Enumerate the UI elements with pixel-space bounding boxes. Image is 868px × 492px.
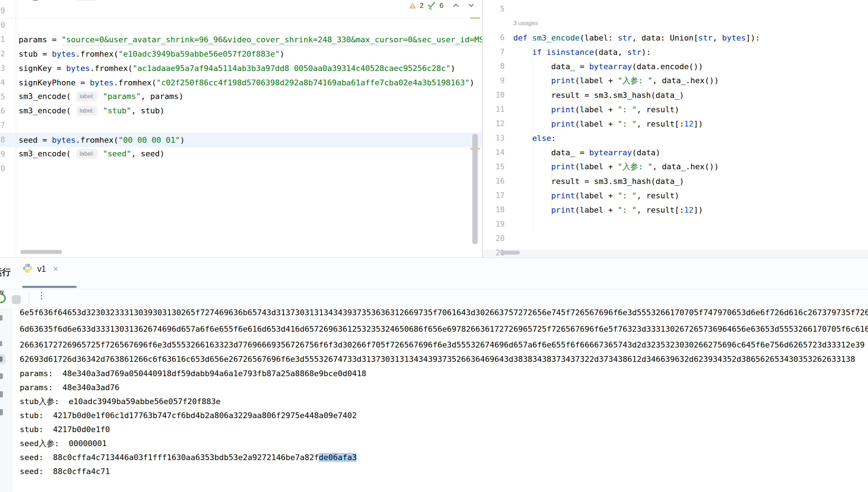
code-line[interactable]: 17 print(label + ": ", result): [483, 188, 868, 203]
code-line[interactable]: 15 print(label + "入参: ", data_.hex()): [483, 160, 868, 174]
run-console[interactable]: 6e5f636f64653d32303233313039303130265f72…: [0, 309, 868, 492]
editor-pane-left[interactable]: 2 6 18sm3_encode( label: "signKey", sign…: [0, 0, 482, 257]
code-line[interactable]: 14 data_ = bytearray(data): [483, 145, 868, 160]
warning-count[interactable]: 2: [420, 1, 424, 10]
clear-console-icon[interactable]: [0, 409, 3, 415]
more-options-icon[interactable]: ⋮: [37, 290, 46, 301]
code-token: seed: 88c0cffa4c71: [20, 467, 110, 476]
warning-stripe-mark[interactable]: [470, 17, 480, 19]
code-token: ): [280, 49, 285, 58]
console-line[interactable]: 6d63635f6d6e633d33313031362674696d657a6f…: [20, 322, 868, 336]
typo-count[interactable]: 6: [439, 1, 443, 10]
code-line[interactable]: 13 else:: [483, 131, 868, 145]
code-token: result = sm3.sm3_hash(data_): [513, 177, 684, 186]
scroll-to-end-icon[interactable]: [0, 391, 3, 397]
prev-problem-icon[interactable]: [452, 1, 460, 10]
code-token: params =: [19, 35, 61, 44]
code-token: bytearray: [589, 62, 632, 71]
inspections-widget[interactable]: 2 6: [409, 1, 476, 10]
code-line[interactable]: 27: [0, 118, 482, 133]
code-text: signKeyPhone = bytes.fromhex("c02f250f86…: [19, 78, 474, 87]
code-line[interactable]: 8 data_ = bytearray(data.encode()): [483, 59, 868, 74]
code-line[interactable]: 20: [483, 231, 868, 246]
code-line[interactable]: 10 result = sm3.sm3_hash(data_): [483, 88, 868, 102]
code-line[interactable]: 29sm3_encode( label: "seed", seed): [0, 147, 482, 161]
toolbar-icon-fragment[interactable]: [0, 356, 3, 362]
tab-v1[interactable]: v1 ×: [22, 263, 58, 275]
console-line[interactable]: 62693d61726d36342d763861266c6f63616c653d…: [20, 352, 855, 366]
code-line[interactable]: 20: [0, 18, 482, 32]
stop-button[interactable]: [12, 295, 21, 304]
horizontal-scrollbar-thumb[interactable]: [500, 251, 520, 255]
code-text: sm3_encode( label: "params", params): [19, 92, 183, 102]
soft-wrap-icon[interactable]: [0, 373, 3, 379]
code-token: bytes: [66, 64, 90, 73]
code-token: "signKey": [98, 0, 146, 0]
editor-pane-right[interactable]: 53 usages6def sm3_encode(label: str, dat…: [483, 0, 868, 257]
code-line[interactable]: 16 result = sm3.sm3_hash(data_): [483, 174, 868, 188]
code-token: print: [551, 205, 575, 214]
code-token: "c02f250f86cc4f198d5706398d292a8b74169ab…: [156, 78, 469, 87]
editor-split-divider[interactable]: [482, 0, 483, 257]
usages-annotation[interactable]: 3 usages: [513, 16, 538, 30]
console-line[interactable]: seed: 88c0cffa4c713446a03f1fff1630aa6353…: [20, 450, 357, 464]
code-line[interactable]: 22stub = bytes.fromhex("e10adc3949ba59ab…: [0, 47, 482, 61]
line-number: 17: [483, 188, 505, 203]
toolbar-icon-fragment[interactable]: [0, 315, 3, 321]
code-line[interactable]: 19: [483, 217, 868, 231]
code-text: sm3_encode( label: "signKey", signKey): [19, 0, 193, 2]
code-token: str: [698, 33, 713, 42]
code-token: if: [532, 48, 542, 57]
code-text: signKey = bytes.fromhex("ac1adaae95a7af9…: [19, 64, 456, 73]
code-token: print: [551, 162, 575, 171]
code-line[interactable]: 11 print(label + ": ", result): [483, 102, 868, 117]
next-problem-icon[interactable]: [467, 1, 476, 10]
code-line[interactable]: 26sm3_encode( label: "stub", stub): [0, 104, 482, 118]
console-line[interactable]: 6e5f636f64653d32303233313039303130265f72…: [20, 306, 868, 320]
console-line[interactable]: 26636172726965725f726567696f6e3d55532661…: [20, 338, 865, 352]
console-line[interactable]: seed: 88c0cffa4c71: [20, 464, 110, 478]
console-line[interactable]: params: 48e340a3ad769a050440918df59dabb9…: [20, 366, 366, 380]
console-line[interactable]: seed入参: 00000001: [20, 436, 107, 450]
code-token: "params": [98, 92, 141, 101]
code-line[interactable]: 7 if isinstance(data, str):: [483, 45, 868, 59]
code-text: print(label + "入参: ", data_.hex()): [513, 161, 719, 172]
console-line[interactable]: stub: 4217b0d0e1f0: [20, 422, 110, 436]
code-line[interactable]: 21: [483, 246, 868, 257]
code-line[interactable]: 5: [483, 2, 868, 16]
toolbar-icon-fragment[interactable]: [0, 341, 2, 346]
code-token: :: [551, 134, 556, 143]
code-line[interactable]: 12 print(label + ": ", result[:12]): [483, 117, 868, 131]
rerun-icon[interactable]: [0, 292, 7, 306]
code-line[interactable]: 18 print(label + ": ", result[:12]): [483, 203, 868, 217]
inlay-hint: label:: [76, 106, 97, 116]
inlay-hint: label:: [76, 91, 97, 101]
code-line[interactable]: 30: [0, 161, 482, 176]
code-line[interactable]: 21params = "source=0&user_avatar_shrink=…: [0, 32, 482, 47]
code-line[interactable]: 23signKey = bytes.fromhex("ac1adaae95a7a…: [0, 61, 482, 75]
line-number: 14: [483, 145, 505, 160]
console-line[interactable]: stub: 4217b0d0e1f06c1d17763b747cf6bd4b2a…: [20, 408, 357, 422]
python-icon: [22, 263, 33, 275]
horizontal-scrollbar-thumb[interactable]: [20, 250, 62, 254]
code-token: ]): [693, 119, 703, 128]
code-token: [513, 76, 551, 85]
code-token: isinstance: [547, 48, 594, 57]
code-line[interactable]: 25sm3_encode( label: "params", params): [0, 90, 482, 104]
code-token: data_ =: [513, 148, 589, 157]
code-text: result = sm3.sm3_hash(data_): [513, 91, 684, 100]
code-token: stub =: [19, 49, 52, 58]
code-line[interactable]: 9 print(label + "入参: ", data_.hex()): [483, 74, 868, 88]
code-token: ):: [642, 48, 651, 57]
console-line[interactable]: params: 48e340a3ad76: [20, 380, 119, 394]
close-tab-icon[interactable]: ×: [53, 264, 58, 274]
code-line[interactable]: 24signKeyPhone = bytes.fromhex("c02f250f…: [0, 75, 482, 90]
code-line[interactable]: 28seed = bytes.fromhex("00 00 00 01"): [0, 133, 482, 147]
code-token: (label +: [575, 205, 617, 214]
code-token: , data: Union[: [632, 33, 698, 42]
code-text: else:: [513, 134, 556, 143]
line-number: 18: [483, 203, 505, 217]
vertical-scrollbar-thumb[interactable]: [472, 134, 478, 244]
console-line[interactable]: stub入参: e10adc3949ba59abbe56e057f20f883e: [20, 394, 221, 408]
code-line[interactable]: 6def sm3_encode(label: str, data: Union[…: [483, 30, 868, 45]
